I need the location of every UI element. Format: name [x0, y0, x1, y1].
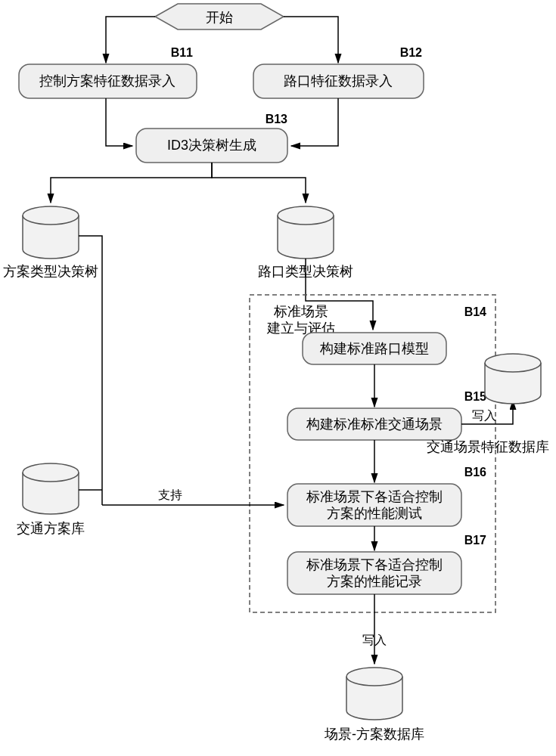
svg-text:B11: B11: [171, 46, 193, 59]
svg-text:B14: B14: [464, 305, 486, 318]
svg-text:标准场景下各适合控制: 标准场景下各适合控制: [306, 489, 443, 504]
step-b14: B14 构建标准路口模型: [303, 305, 486, 364]
svg-text:ID3决策树生成: ID3决策树生成: [167, 138, 256, 153]
svg-point-28: [346, 668, 402, 686]
edge-b13-db1: [51, 163, 212, 203]
edge-b12-b13: [291, 98, 338, 146]
step-b15: B15 构建标准标准交通场景: [287, 390, 486, 440]
svg-text:控制方案特征数据录入: 控制方案特征数据录入: [39, 73, 175, 88]
start-label: 开始: [206, 10, 233, 25]
svg-text:B16: B16: [464, 466, 486, 479]
db-traffic-scheme-lib: 交通方案库: [17, 463, 85, 536]
svg-text:构建标准标准交通场景: 构建标准标准交通场景: [306, 417, 443, 432]
edge-b11-b13: [106, 98, 132, 146]
group-title-1: 标准场景: [273, 304, 328, 319]
svg-text:构建标准路口模型: 构建标准路口模型: [319, 341, 429, 356]
step-b11: B11 控制方案特征数据录入: [19, 46, 197, 98]
svg-text:场景-方案数据库: 场景-方案数据库: [324, 727, 424, 742]
svg-text:B15: B15: [464, 390, 486, 403]
svg-text:标准场景下各适合控制: 标准场景下各适合控制: [306, 557, 443, 572]
step-b16: B16 标准场景下各适合控制 方案的性能测试: [287, 466, 486, 526]
step-b17: B17 标准场景下各适合控制 方案的性能记录: [287, 534, 486, 594]
svg-text:方案类型决策树: 方案类型决策树: [3, 264, 98, 279]
flowchart-diagram: 开始 B11 控制方案特征数据录入 B12 路口特征数据录入 B13 ID3决策…: [0, 0, 556, 756]
edge-start-b12: [284, 17, 338, 63]
svg-point-32: [23, 463, 79, 482]
edge-start-b11: [106, 17, 155, 63]
db-scene-scheme: 场景-方案数据库: [324, 668, 424, 742]
svg-text:方案的性能记录: 方案的性能记录: [327, 574, 422, 589]
edge-label-write2: 写入: [362, 634, 387, 646]
svg-text:交通场景特征数据库: 交通场景特征数据库: [427, 439, 549, 454]
step-b13: B13 ID3决策树生成: [136, 113, 287, 163]
edge-label-write1: 写入: [472, 409, 496, 422]
svg-point-30: [485, 354, 541, 372]
db-scheme-tree: 方案类型决策树: [3, 206, 98, 279]
svg-text:B12: B12: [400, 46, 422, 59]
edge-b13-db2: [212, 163, 306, 203]
svg-point-12: [278, 206, 334, 225]
db-scene-feature: 交通场景特征数据库: [427, 354, 549, 454]
svg-text:B13: B13: [266, 113, 287, 125]
start-node: 开始: [155, 4, 284, 29]
svg-text:路口特征数据录入: 路口特征数据录入: [284, 73, 393, 88]
svg-point-10: [23, 206, 79, 225]
edge-label-support: 支持: [158, 488, 182, 501]
svg-text:B17: B17: [464, 534, 486, 547]
svg-text:方案的性能测试: 方案的性能测试: [327, 506, 422, 521]
svg-text:交通方案库: 交通方案库: [17, 521, 85, 536]
